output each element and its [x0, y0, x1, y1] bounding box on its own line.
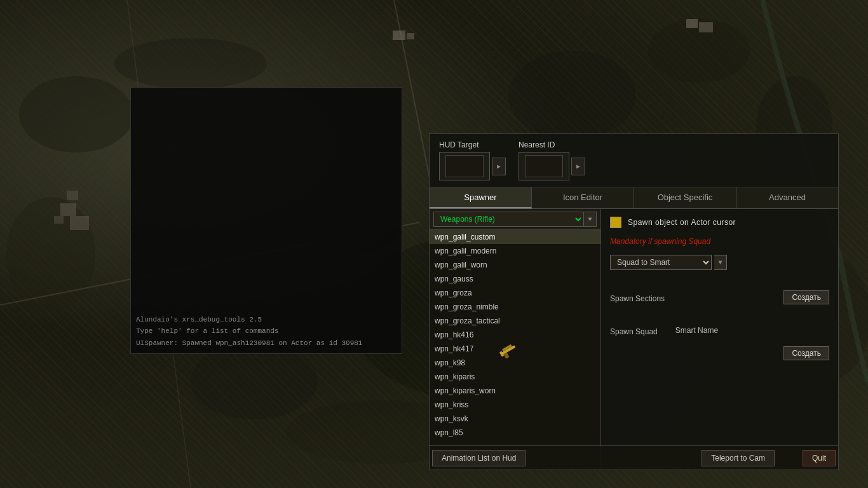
create-squad-button[interactable]: Создать	[783, 346, 829, 360]
mandatory-label-row: Mandatory if spawning Squad	[610, 236, 829, 247]
weapon-list-area: Weapons (Rifle) ▼ wpn_galil_customwpn_ga…	[430, 209, 601, 468]
svg-point-8	[191, 343, 318, 419]
weapon-list-item[interactable]: wpn_galil_custom	[430, 230, 600, 244]
weapon-list-item[interactable]: wpn_groza	[430, 286, 600, 300]
spawn-actor-checkbox[interactable]	[610, 217, 621, 228]
weapon-list-item[interactable]: wpn_l85	[430, 426, 600, 440]
weapon-list-item[interactable]: wpn_k98	[430, 356, 600, 370]
debug-line-3: UISpawner: Spawned wpn_ash1230981 on Act…	[136, 338, 397, 349]
svg-rect-16	[70, 216, 89, 230]
spawn-sections-label: Spawn Sections	[610, 294, 665, 303]
bottom-bar: Animation List on Hud Teleport to Cam Qu…	[430, 445, 838, 470]
svg-rect-13	[60, 203, 76, 216]
svg-rect-19	[686, 19, 698, 28]
tab-advanced[interactable]: Advanced	[736, 187, 838, 208]
weapon-list-item[interactable]: wpn_galil_modern	[430, 244, 600, 258]
weapon-list-item[interactable]: wpn_ksvk	[430, 412, 600, 426]
weapon-list-item[interactable]: wpn_gauss	[430, 272, 600, 286]
spawn-actor-label: Spawn object on Actor cursor	[628, 218, 736, 227]
spawn-sections-row: Spawn Sections Создать	[610, 290, 829, 304]
teleport-cam-button[interactable]: Teleport to Cam	[702, 450, 775, 466]
weapon-list-item[interactable]: wpn_galil_worn	[430, 258, 600, 272]
debug-line-1: Alundaio's xrs_debug_tools 2.5	[136, 315, 397, 325]
tab-spawner[interactable]: Spawner	[430, 187, 532, 208]
quit-button[interactable]: Quit	[803, 450, 836, 466]
svg-point-1	[6, 197, 95, 311]
weapon-list-item[interactable]: wpn_groza_nimble	[430, 300, 600, 314]
spawner-panel: Spawn object on Actor cursor Mandatory i…	[601, 209, 838, 468]
hud-target-button[interactable]: ▶	[492, 158, 506, 175]
weapon-list-item[interactable]: wpn_hk416	[430, 328, 600, 342]
squad-to-smart-arrow[interactable]: ▼	[714, 255, 727, 270]
mandatory-label: Mandatory if spawning Squad	[610, 237, 710, 246]
spawn-squad-row: Spawn Squad Smart Name	[610, 325, 829, 336]
svg-point-4	[508, 51, 635, 140]
main-panel: HUD Target ▶ Nearest ID ▶	[429, 133, 839, 470]
nearest-id-label: Nearest ID	[519, 140, 555, 149]
hud-area: HUD Target ▶ Nearest ID ▶	[430, 134, 838, 187]
nearest-id-button[interactable]: ▶	[571, 158, 585, 175]
content-area: Weapons (Rifle) ▼ wpn_galil_customwpn_ga…	[430, 209, 838, 468]
svg-point-0	[19, 76, 133, 152]
nearest-id-preview	[519, 152, 569, 180]
animation-list-button[interactable]: Animation List on Hud	[432, 450, 526, 466]
weapon-list-item[interactable]: wpn_kiparis	[430, 370, 600, 384]
svg-rect-18	[407, 33, 414, 39]
squad-to-smart-row: Squad to Smart ▼	[610, 255, 829, 270]
dropdown-arrow[interactable]: ▼	[584, 212, 597, 227]
debug-console: Alundaio's xrs_debug_tools 2.5 Type 'hel…	[130, 87, 402, 354]
spawn-squad-label: Spawn Squad	[610, 327, 658, 336]
svg-rect-17	[393, 30, 405, 40]
squad-to-smart-select[interactable]: Squad to Smart	[610, 255, 712, 270]
debug-line-2: Type 'help' for a list of commands	[136, 326, 397, 337]
tab-bar: Spawner Icon Editor Object Specific Adva…	[430, 187, 838, 209]
weapon-list-item[interactable]: wpn_kiparis_worn	[430, 384, 600, 398]
tab-icon-editor[interactable]: Icon Editor	[532, 187, 634, 208]
svg-rect-14	[67, 191, 78, 200]
hud-target-label: HUD Target	[439, 140, 478, 149]
spawn-actor-row: Spawn object on Actor cursor	[610, 217, 829, 228]
weapon-list[interactable]: wpn_galil_customwpn_galil_modernwpn_gali…	[430, 230, 600, 468]
weapon-list-item[interactable]: wpn_groza_tactical	[430, 314, 600, 328]
smart-name-label: Smart Name	[675, 326, 718, 335]
svg-rect-15	[54, 216, 64, 224]
category-dropdown-row: Weapons (Rifle) ▼	[430, 209, 600, 230]
weapon-list-item[interactable]: wpn_hk417	[430, 342, 600, 356]
hud-target-preview	[439, 152, 490, 180]
weapon-list-item[interactable]: wpn_kriss	[430, 398, 600, 412]
tab-object-specific[interactable]: Object Specific	[634, 187, 736, 208]
create-sections-button[interactable]: Создать	[783, 290, 829, 304]
svg-rect-20	[699, 22, 713, 32]
category-select[interactable]: Weapons (Rifle)	[433, 212, 584, 227]
